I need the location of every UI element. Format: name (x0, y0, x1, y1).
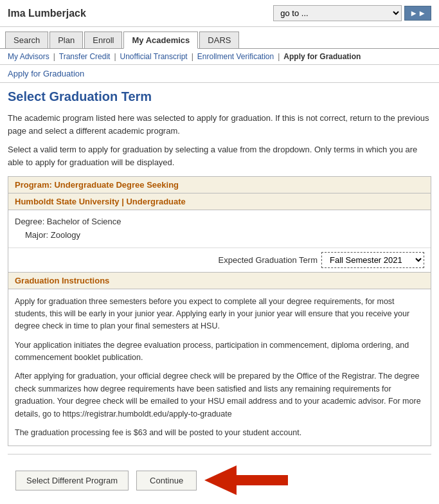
red-arrow-icon (204, 462, 288, 498)
intro-paragraph-2: Select a valid term to apply for graduat… (8, 143, 431, 168)
graduation-instructions-label: Graduation Instructions (15, 276, 109, 285)
sep2: | (114, 52, 116, 61)
goto-button[interactable]: ►► (404, 6, 431, 21)
degree-line1: Degree: Bachelor of Science (15, 215, 424, 229)
arrow-indicator (204, 462, 288, 498)
instruction-p1: Apply for graduation three semesters bef… (15, 296, 424, 333)
svg-marker-0 (204, 465, 288, 495)
tab-dars[interactable]: DARS (199, 32, 239, 48)
subnav-my-advisors[interactable]: My Advisors (8, 52, 49, 61)
degree-line2: Major: Zoology (15, 229, 424, 242)
institution-label-text: Humboldt State University | Undergraduat… (15, 197, 186, 206)
subnav-enrollment-verification[interactable]: Enrollment Verification (197, 52, 274, 61)
instruction-p3: After applying for graduation, your offi… (15, 370, 424, 420)
tab-plan[interactable]: Plan (49, 32, 83, 48)
graduation-instructions-header: Graduation Instructions (8, 273, 431, 289)
term-select[interactable]: Fall Semester 2021 (321, 252, 424, 268)
program-box: Program: Undergraduate Degree Seeking Hu… (8, 176, 431, 446)
expected-term-label: Expected Graduation Term (219, 255, 318, 265)
tab-my-academics[interactable]: My Academics (123, 32, 198, 49)
continue-button[interactable]: Continue (136, 471, 197, 491)
user-name: Ima Lumberjack (8, 8, 86, 19)
header: Ima Lumberjack go to ... ►► (0, 0, 439, 27)
nav-tabs: Search Plan Enroll My Academics DARS (0, 27, 439, 49)
tab-enroll[interactable]: Enroll (84, 32, 122, 48)
sep4: | (278, 52, 280, 61)
goto-select[interactable]: go to ... (273, 5, 402, 21)
intro-paragraph-1: The academic program listed here was sel… (8, 112, 431, 137)
goto-container: go to ... ►► (273, 5, 431, 21)
page-heading: Select Graduation Term (8, 89, 431, 104)
instructions-body: Apply for graduation three semesters bef… (8, 289, 431, 446)
tab-search[interactable]: Search (5, 32, 48, 48)
institution-header: Humboldt State University | Undergraduat… (8, 194, 431, 210)
main-content: Select Graduation Term The academic prog… (0, 83, 439, 504)
sub-nav: My Advisors | Transfer Credit | Unoffici… (0, 49, 439, 65)
program-label-text: Program: Undergraduate Degree Seeking (15, 180, 179, 190)
footer-area: Select Different Program Continue (8, 454, 431, 504)
subnav-transfer-credit[interactable]: Transfer Credit (59, 52, 111, 61)
program-header: Program: Undergraduate Degree Seeking (8, 177, 431, 194)
breadcrumb-label: Apply for Graduation (8, 69, 84, 78)
select-different-program-button[interactable]: Select Different Program (15, 471, 129, 491)
instruction-p4: The graduation processing fee is $63 and… (15, 427, 424, 439)
breadcrumb: Apply for Graduation (0, 65, 439, 83)
subnav-unofficial-transcript[interactable]: Unofficial Transcript (120, 52, 188, 61)
expected-term-row: Expected Graduation Term Fall Semester 2… (8, 248, 431, 273)
sep1: | (53, 52, 55, 61)
subnav-apply-graduation-active: Apply for Graduation (283, 52, 361, 61)
sep3: | (192, 52, 193, 61)
instruction-p2: Your application initiates the degree ev… (15, 339, 424, 364)
degree-info: Degree: Bachelor of Science Major: Zoolo… (8, 210, 431, 248)
